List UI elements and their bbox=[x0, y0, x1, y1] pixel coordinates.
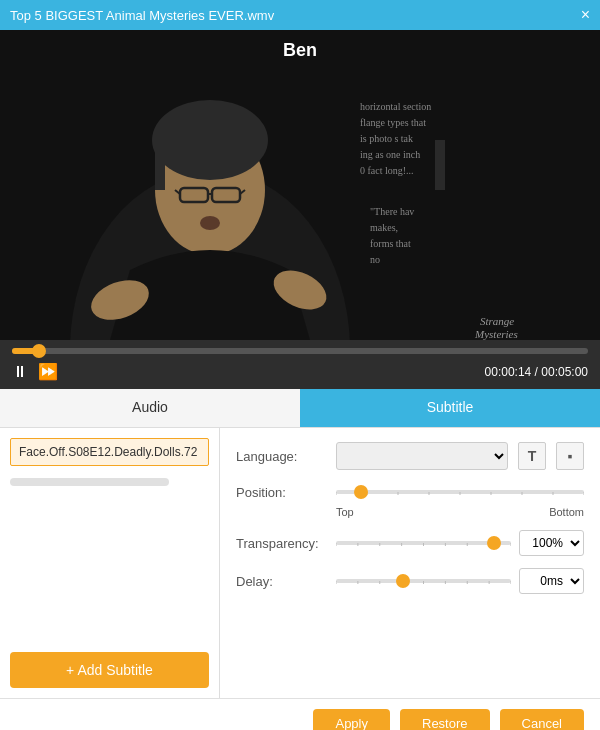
svg-text:Strange: Strange bbox=[480, 315, 514, 327]
forward-button[interactable]: ⏩ bbox=[38, 362, 58, 381]
svg-text:0 fact long!...: 0 fact long!... bbox=[360, 165, 414, 176]
transparency-value-select[interactable]: 100% bbox=[519, 530, 584, 556]
svg-text:makes,: makes, bbox=[370, 222, 398, 233]
delay-slider-container[interactable] bbox=[336, 571, 511, 591]
pause-button[interactable]: ⏸ bbox=[12, 363, 28, 381]
add-subtitle-button[interactable]: + Add Subtitle bbox=[10, 652, 209, 688]
position-row: Position: bbox=[236, 482, 584, 518]
svg-text:no: no bbox=[370, 254, 380, 265]
bg-color-button[interactable]: ▪ bbox=[556, 442, 584, 470]
subtitle-scrollbar[interactable] bbox=[10, 478, 169, 486]
transparency-row: Transparency: bbox=[236, 530, 584, 556]
video-area: Ben horizontal section flange types that… bbox=[0, 30, 600, 340]
delay-ticks bbox=[336, 578, 511, 584]
delay-value-select[interactable]: 0ms bbox=[519, 568, 584, 594]
svg-text:is photo  s tak: is photo s tak bbox=[360, 133, 413, 144]
position-slider-thumb[interactable] bbox=[354, 485, 368, 499]
time-display: 00:00:14 / 00:05:00 bbox=[485, 365, 588, 379]
position-slider-container[interactable] bbox=[336, 482, 584, 502]
svg-rect-5 bbox=[435, 140, 445, 190]
language-select[interactable] bbox=[336, 442, 508, 470]
svg-text:Mysteries: Mysteries bbox=[474, 328, 518, 340]
right-panel: Language: T ▪ Position: bbox=[220, 428, 600, 698]
video-overlay-label: Ben bbox=[283, 40, 317, 61]
delay-slider-group: 0ms bbox=[336, 568, 584, 594]
position-right-label: Bottom bbox=[549, 506, 584, 518]
svg-rect-4 bbox=[155, 140, 165, 190]
svg-text:flange types that: flange types that bbox=[360, 117, 426, 128]
bottom-bar: Apply Restore Cancel bbox=[0, 698, 600, 730]
cancel-button[interactable]: Cancel bbox=[500, 709, 584, 730]
close-button[interactable]: × bbox=[581, 7, 590, 23]
svg-point-3 bbox=[152, 100, 268, 180]
language-row: Language: T ▪ bbox=[236, 442, 584, 470]
video-frame: horizontal section flange types that is … bbox=[0, 30, 600, 340]
transparency-slider-group: 100% bbox=[336, 530, 584, 556]
delay-slider-thumb[interactable] bbox=[396, 574, 410, 588]
transparency-slider-track[interactable] bbox=[336, 541, 511, 545]
transparency-slider-thumb[interactable] bbox=[487, 536, 501, 550]
tab-subtitle[interactable]: Subtitle bbox=[300, 389, 600, 427]
position-label: Position: bbox=[236, 485, 326, 500]
transparency-slider-container[interactable] bbox=[336, 533, 511, 553]
transparency-ticks bbox=[336, 540, 511, 546]
seek-thumb[interactable] bbox=[32, 344, 46, 358]
position-slider-track[interactable] bbox=[336, 490, 584, 494]
current-time: 00:00:14 bbox=[485, 365, 532, 379]
delay-label: Delay: bbox=[236, 574, 326, 589]
position-row-top: Position: bbox=[236, 482, 584, 502]
svg-text:"There hav: "There hav bbox=[370, 206, 414, 217]
title-bar: Top 5 BIGGEST Animal Mysteries EVER.wmv … bbox=[0, 0, 600, 30]
svg-text:ing as one inch: ing as one inch bbox=[360, 149, 420, 160]
tab-audio[interactable]: Audio bbox=[0, 389, 300, 427]
delay-slider-track[interactable] bbox=[336, 579, 511, 583]
seek-bar-area[interactable] bbox=[0, 340, 600, 358]
svg-point-11 bbox=[200, 216, 220, 230]
time-separator: / bbox=[531, 365, 541, 379]
svg-text:horizontal section: horizontal section bbox=[360, 101, 431, 112]
position-left-label: Top bbox=[336, 506, 354, 518]
left-panel: Face.Off.S08E12.Deadly.Dolls.72 + Add Su… bbox=[0, 428, 220, 698]
subtitle-item[interactable]: Face.Off.S08E12.Deadly.Dolls.72 bbox=[10, 438, 209, 466]
language-label: Language: bbox=[236, 449, 326, 464]
seek-bar-track[interactable] bbox=[12, 348, 588, 354]
transparency-label: Transparency: bbox=[236, 536, 326, 551]
text-style-button[interactable]: T bbox=[518, 442, 546, 470]
apply-button[interactable]: Apply bbox=[313, 709, 390, 730]
delay-row: Delay: bbox=[236, 568, 584, 594]
playback-controls: ⏸ ⏩ bbox=[12, 362, 58, 381]
svg-text:forms that: forms that bbox=[370, 238, 411, 249]
window-title: Top 5 BIGGEST Animal Mysteries EVER.wmv bbox=[10, 8, 274, 23]
tabs-area: Audio Subtitle bbox=[0, 389, 600, 428]
total-time: 00:05:00 bbox=[541, 365, 588, 379]
controls-bar: ⏸ ⏩ 00:00:14 / 00:05:00 bbox=[0, 358, 600, 389]
position-slider-labels: Top Bottom bbox=[236, 506, 584, 518]
position-ticks bbox=[336, 489, 584, 495]
main-content: Face.Off.S08E12.Deadly.Dolls.72 + Add Su… bbox=[0, 428, 600, 698]
restore-button[interactable]: Restore bbox=[400, 709, 490, 730]
